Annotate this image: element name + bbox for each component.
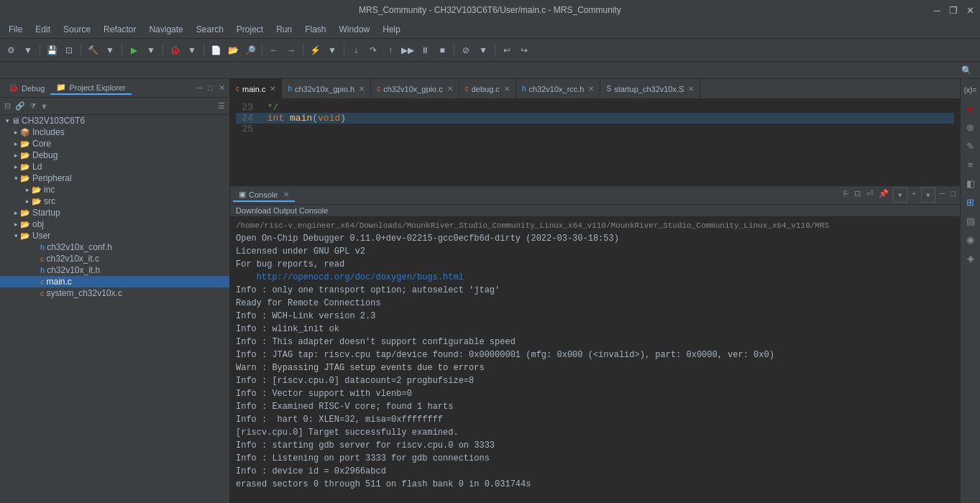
tab-startup-s[interactable]: S startup_ch32v10x.S ✕ <box>600 79 700 99</box>
right-icon-edit[interactable]: ✎ <box>963 138 979 154</box>
toolbar-debug[interactable]: 🐞 <box>167 42 183 58</box>
toolbar-debug-arrow[interactable]: ▼ <box>184 42 200 58</box>
right-icon-table[interactable]: ▤ <box>963 213 979 229</box>
right-icon-grid[interactable]: ⊞ <box>963 194 979 210</box>
close-button[interactable]: ✕ <box>966 5 974 16</box>
maximize-button[interactable]: ❐ <box>949 5 958 16</box>
tree-ld[interactable]: 📂 Ld <box>0 161 229 172</box>
toolbar-undo[interactable]: ↩ <box>499 42 515 58</box>
minimize-panel-icon[interactable]: ─ <box>196 82 204 94</box>
tree-startup[interactable]: 📂 Startup <box>0 207 229 218</box>
minimize-button[interactable]: ─ <box>934 5 940 16</box>
close-gpio-c-tab[interactable]: ✕ <box>447 85 453 93</box>
tree-obj[interactable]: 📂 obj <box>0 218 229 230</box>
right-icon-breakpoints[interactable]: ● <box>963 101 979 116</box>
tree-user[interactable]: 📂 User <box>0 230 229 241</box>
menu-item-search[interactable]: Search <box>191 23 229 36</box>
console-dropdown[interactable]: ▾ <box>893 188 907 203</box>
tree-src[interactable]: 📂 src <box>0 195 229 207</box>
toolbar-step-over[interactable]: ↷ <box>365 42 381 58</box>
console-output[interactable]: /home/risc-v_engineer_x64/Downloads/Moun… <box>230 217 960 503</box>
maximize-console-icon[interactable]: □ <box>949 188 957 203</box>
editor-content[interactable]: 23 */ 24 int main(void) 25 <box>230 99 960 185</box>
right-icon-variables[interactable]: (x)= <box>963 82 979 98</box>
link-editor-icon[interactable]: 🔗 <box>14 100 27 112</box>
tree-ch32v10x-it-c[interactable]: c ch32v10x_it.c <box>0 253 229 264</box>
search-button[interactable]: 🔍 <box>958 63 974 78</box>
close-main-c-tab[interactable]: ✕ <box>270 85 275 93</box>
menu-item-project[interactable]: Project <box>231 23 269 36</box>
close-rcc-h-tab[interactable]: ✕ <box>588 85 594 93</box>
toolbar-terminate[interactable]: ■ <box>434 42 450 58</box>
toolbar-run[interactable]: ▶ <box>126 42 142 58</box>
right-icon-target[interactable]: ◉ <box>963 231 979 247</box>
close-debug-c-tab[interactable]: ✕ <box>504 85 510 93</box>
menu-item-flash[interactable]: Flash <box>299 23 331 36</box>
tab-project-explorer[interactable]: 📁 Project Explorer <box>50 81 131 95</box>
toolbar-step-return[interactable]: ↑ <box>383 42 398 58</box>
right-icon-add[interactable]: ⊕ <box>963 119 979 135</box>
toolbar-new[interactable]: 📄 <box>208 42 224 58</box>
tab-debug-c[interactable]: c debug.c ✕ <box>459 79 516 99</box>
toolbar-suspend[interactable]: ⏸ <box>417 42 433 58</box>
tree-ch32v10x-it-h[interactable]: h ch32v10x_it.h <box>0 264 229 276</box>
tab-main-c[interactable]: c main.c ✕ <box>230 79 282 99</box>
minimize-console-icon[interactable]: ─ <box>938 188 947 203</box>
panel-menu-icon[interactable]: ☰ <box>216 100 226 112</box>
toolbar-redo[interactable]: ↪ <box>516 42 532 58</box>
tree-system-ch32v10x-c[interactable]: c system_ch32v10x.c <box>0 287 229 299</box>
close-startup-s-tab[interactable]: ✕ <box>688 85 694 93</box>
view-menu-icon[interactable]: ▼ <box>39 101 50 112</box>
toolbar-next[interactable]: → <box>283 42 299 58</box>
toolbar-skip-bp[interactable]: ⊘ <box>458 42 474 58</box>
right-icon-settings[interactable]: ◈ <box>963 250 979 266</box>
toolbar-resume[interactable]: ▶▶ <box>400 42 416 58</box>
menu-item-source[interactable]: Source <box>58 23 96 36</box>
new-console-icon[interactable]: + <box>910 188 917 203</box>
toolbar-prev[interactable]: ← <box>266 42 282 58</box>
toolbar-btn-2[interactable]: ▼ <box>20 42 36 58</box>
toolbar-open[interactable]: 📂 <box>225 42 241 58</box>
menu-item-edit[interactable]: Edit <box>29 23 56 36</box>
collapse-all-icon[interactable]: ⊟ <box>3 100 12 112</box>
tab-rcc-h[interactable]: h ch32v10x_rcc.h ✕ <box>516 79 601 99</box>
scroll-lock-icon[interactable]: ⏎ <box>865 188 874 203</box>
toolbar-run-arrow[interactable]: ▼ <box>143 42 159 58</box>
tree-core[interactable]: 📂 Core <box>0 138 229 149</box>
toolbar-build-arrow[interactable]: ▼ <box>102 42 118 58</box>
menu-item-file[interactable]: File <box>3 23 28 36</box>
tab-debug[interactable]: 🐞 Debug <box>3 82 50 94</box>
tab-gpio-c[interactable]: c ch32v10x_gpio.c ✕ <box>371 79 459 99</box>
tree-ch32v10x-conf-h[interactable]: h ch32v10x_conf.h <box>0 241 229 253</box>
toolbar-btn-1[interactable]: ⚙ <box>3 42 19 58</box>
tree-peripheral[interactable]: 📂 Peripheral <box>0 172 229 184</box>
tab-console[interactable]: ▣ Console ✕ <box>233 188 295 202</box>
tree-main-c[interactable]: c main.c <box>0 276 229 287</box>
toolbar-save[interactable]: 💾 <box>44 42 60 58</box>
close-gpio-h-tab[interactable]: ✕ <box>359 85 365 93</box>
pin-console-icon[interactable]: 📌 <box>877 188 890 203</box>
menu-item-refactor[interactable]: Refactor <box>98 23 142 36</box>
tree-inc[interactable]: 📂 inc <box>0 184 229 195</box>
menu-item-run[interactable]: Run <box>270 23 298 36</box>
console-new-dropdown[interactable]: ▾ <box>921 188 935 203</box>
toolbar-build[interactable]: 🔨 <box>85 42 101 58</box>
close-panel-icon[interactable]: ✕ <box>217 82 226 94</box>
maximize-panel-icon[interactable]: □ <box>206 82 214 94</box>
toolbar-bp-arrow[interactable]: ▼ <box>475 42 491 58</box>
toolbar-step-into[interactable]: ↓ <box>348 42 364 58</box>
toolbar-save-all[interactable]: ⊡ <box>61 42 77 58</box>
right-icon-list[interactable]: ≡ <box>963 157 979 172</box>
toolbar-flash[interactable]: ⚡ <box>307 42 323 58</box>
tab-gpio-h[interactable]: h ch32v10x_gpio.h ✕ <box>282 79 371 99</box>
filter-icon[interactable]: ⧩ <box>28 100 37 112</box>
clear-console-icon[interactable]: ⊡ <box>853 188 862 203</box>
menu-item-help[interactable]: Help <box>377 23 406 36</box>
close-console-tab[interactable]: ✕ <box>283 190 289 198</box>
tree-debug-folder[interactable]: 📂 Debug <box>0 149 229 161</box>
right-icon-layout[interactable]: ◧ <box>963 175 979 191</box>
menu-item-navigate[interactable]: Navigate <box>143 23 188 36</box>
menu-item-window[interactable]: Window <box>334 23 376 36</box>
copy-console-icon[interactable]: ⎘ <box>842 188 850 203</box>
toolbar-flash-arrow[interactable]: ▼ <box>324 42 340 58</box>
